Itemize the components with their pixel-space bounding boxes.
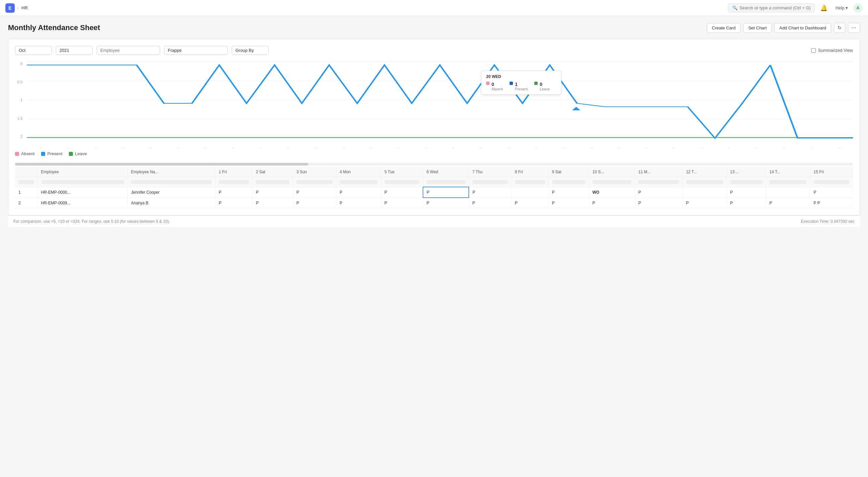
tooltip-leave: 0 Leave bbox=[534, 82, 550, 91]
col-9sat: 9 Sat bbox=[548, 167, 589, 177]
add-chart-button[interactable]: Add Chart to Dashboard bbox=[774, 23, 831, 33]
absent-legend-dot bbox=[15, 152, 19, 156]
main-card: Oct 2021 Group By Summarized View 2 1.5 … bbox=[8, 39, 860, 215]
page-header: Monthly Attendance Sheet Create Card Set… bbox=[8, 23, 860, 33]
col-13: 13 ... bbox=[726, 167, 766, 177]
chart-tooltip: 20 WED 0 Absent 1 bbox=[481, 70, 561, 95]
chart-legend: Absent Present Leave bbox=[15, 151, 853, 156]
col-employee: Employee bbox=[37, 167, 127, 177]
chart-area: 2 1.5 1 0.5 0 bbox=[15, 62, 853, 149]
col-6wed: 6 Wed bbox=[423, 167, 469, 177]
row-9: P bbox=[548, 198, 589, 208]
summarized-view-label[interactable]: Summarized View bbox=[811, 48, 853, 53]
search-bar[interactable]: 🔍 bbox=[728, 3, 815, 12]
row-employee-name: Jennifer Cooper bbox=[127, 187, 215, 198]
row-4: P bbox=[336, 198, 381, 208]
row-2: P bbox=[252, 198, 293, 208]
more-options-button[interactable]: ⋯ bbox=[848, 23, 860, 33]
leave-dot bbox=[534, 82, 538, 85]
row-employee-id: HR-EMP-0000... bbox=[37, 187, 127, 198]
col-10s: 10 S... bbox=[589, 167, 634, 177]
row-7: P bbox=[469, 198, 511, 208]
col-4mon: 4 Mon bbox=[336, 167, 381, 177]
row-14 bbox=[766, 187, 810, 198]
col-num bbox=[15, 167, 37, 177]
scrollbar-thumb[interactable] bbox=[15, 163, 308, 166]
chart-plot: 20 WED 0 Absent 1 bbox=[27, 62, 853, 139]
tooltip-date: 20 WED bbox=[486, 74, 556, 79]
row-employee-id: HR-EMP-0009... bbox=[37, 198, 127, 208]
col-7thu: 7 Thu bbox=[469, 167, 511, 177]
col-2sat: 2 Sat bbox=[252, 167, 293, 177]
row-15: P bbox=[810, 187, 853, 198]
table-row: 1 HR-EMP-0000... Jennifer Cooper P P P P… bbox=[15, 187, 853, 198]
create-card-button[interactable]: Create Card bbox=[707, 23, 741, 33]
col-3sun: 3 Sun bbox=[293, 167, 336, 177]
leave-legend-dot bbox=[69, 152, 73, 156]
year-filter[interactable]: 2021 bbox=[56, 46, 93, 55]
tooltip-items: 0 Absent 1 Present bbox=[486, 82, 556, 91]
row-3: P bbox=[293, 187, 336, 198]
col-11m: 11 M... bbox=[635, 167, 682, 177]
row-8: P bbox=[511, 198, 548, 208]
col-15fri: 15 Fri bbox=[810, 167, 853, 177]
row-15: P P bbox=[810, 198, 853, 208]
refresh-button[interactable]: ↻ bbox=[834, 23, 845, 33]
chart-xaxis: ......... ......... ......... ......... … bbox=[27, 145, 853, 149]
row-3: P bbox=[293, 198, 336, 208]
absent-dot bbox=[486, 82, 490, 85]
employee-filter[interactable] bbox=[97, 46, 160, 55]
row-11: P bbox=[635, 198, 682, 208]
set-chart-button[interactable]: Set Chart bbox=[743, 23, 772, 33]
present-dot bbox=[509, 82, 513, 85]
svg-marker-5 bbox=[572, 107, 581, 110]
col-8fri: 8 Fri bbox=[511, 167, 548, 177]
topnav: E › HR 🔍 🔔 Help ▾ A bbox=[0, 0, 868, 16]
summarized-view-checkbox[interactable] bbox=[811, 48, 816, 53]
month-filter[interactable]: Oct bbox=[15, 46, 52, 55]
chart-yaxis: 2 1.5 1 0.5 0 bbox=[15, 62, 24, 139]
company-filter[interactable] bbox=[164, 46, 228, 55]
row-6-highlighted[interactable]: P bbox=[423, 187, 469, 198]
legend-absent: Absent bbox=[15, 151, 34, 156]
row-2: P bbox=[252, 187, 293, 198]
row-num: 2 bbox=[15, 198, 37, 208]
table-wrap: Employee Employee Na... 1 Fri 2 Sat 3 Su… bbox=[15, 161, 853, 208]
bell-icon[interactable]: 🔔 bbox=[817, 3, 830, 13]
search-icon: 🔍 bbox=[732, 5, 738, 10]
app-logo: E bbox=[5, 3, 15, 13]
row-12: P bbox=[682, 198, 726, 208]
col-5tue: 5 Tue bbox=[381, 167, 423, 177]
attendance-table: Employee Employee Na... 1 Fri 2 Sat 3 Su… bbox=[15, 167, 853, 208]
scrollbar-track[interactable] bbox=[15, 163, 853, 166]
row-9: P bbox=[548, 187, 589, 198]
row-11: P bbox=[635, 187, 682, 198]
col-12t: 12 T... bbox=[682, 167, 726, 177]
page: Monthly Attendance Sheet Create Card Set… bbox=[0, 16, 868, 234]
row-10: WO bbox=[589, 187, 634, 198]
row-1: P bbox=[215, 198, 252, 208]
col-14t: 14 T... bbox=[766, 167, 810, 177]
row-num: 1 bbox=[15, 187, 37, 198]
help-menu[interactable]: Help ▾ bbox=[833, 4, 850, 12]
row-5: P bbox=[381, 187, 423, 198]
row-8 bbox=[511, 187, 548, 198]
chart-svg bbox=[27, 62, 853, 138]
legend-present: Present bbox=[41, 151, 62, 156]
search-input[interactable] bbox=[740, 5, 810, 10]
col-1fri: 1 Fri bbox=[215, 167, 252, 177]
row-12 bbox=[682, 187, 726, 198]
table-header-row: Employee Employee Na... 1 Fri 2 Sat 3 Su… bbox=[15, 167, 853, 177]
tooltip-present: 1 Present bbox=[509, 82, 528, 91]
row-7: P bbox=[469, 187, 511, 198]
row-13: P bbox=[726, 198, 766, 208]
col-employee-name: Employee Na... bbox=[127, 167, 215, 177]
group-by-filter[interactable]: Group By bbox=[232, 46, 269, 55]
breadcrumb-hr: HR bbox=[22, 5, 28, 10]
page-actions: Create Card Set Chart Add Chart to Dashb… bbox=[707, 23, 860, 33]
avatar[interactable]: A bbox=[853, 3, 863, 13]
row-6: P bbox=[423, 198, 469, 208]
table-row: 2 HR-EMP-0009... Ananya B P P P P P P P … bbox=[15, 198, 853, 208]
row-13: P bbox=[726, 187, 766, 198]
row-14: P bbox=[766, 198, 810, 208]
